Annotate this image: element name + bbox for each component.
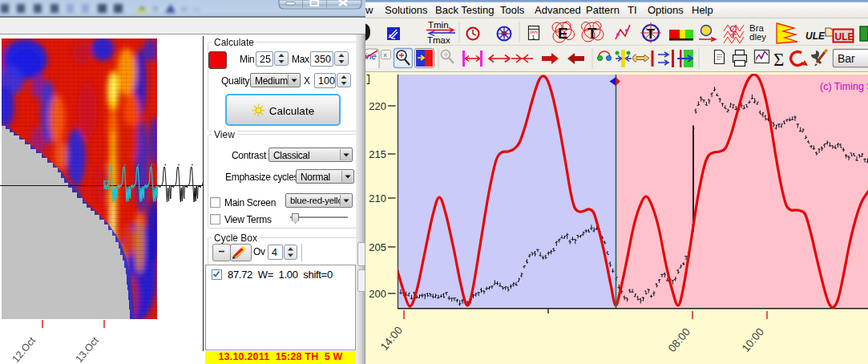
svg-text:Tmin: Tmin: [428, 20, 449, 30]
svg-text:220: 220: [369, 100, 386, 112]
svg-text:dley: dley: [749, 32, 766, 42]
svg-text:ULE: ULE: [835, 31, 854, 42]
svg-text:200: 200: [369, 288, 386, 300]
svg-text:T: T: [647, 26, 656, 42]
svg-text:E: E: [558, 25, 568, 42]
svg-text:Bar: Bar: [838, 52, 855, 65]
svg-text:08:00: 08:00: [666, 326, 692, 354]
svg-text:T: T: [587, 25, 597, 42]
svg-text:205: 205: [369, 241, 386, 253]
svg-text:10:00: 10:00: [740, 326, 766, 354]
svg-text:12.Oct: 12.Oct: [10, 334, 38, 364]
svg-text:Σ: Σ: [773, 50, 784, 70]
svg-text:Tmax: Tmax: [427, 35, 450, 45]
svg-text:]: ]: [365, 74, 371, 85]
svg-text:x: x: [384, 51, 387, 59]
svg-text:13.Oct: 13.Oct: [74, 334, 102, 364]
svg-text:(c) Timing Solution: (c) Timing Solution: [820, 81, 868, 92]
svg-text:1: 1: [532, 34, 535, 40]
svg-text:ULE: ULE: [805, 30, 826, 42]
svg-text:210: 210: [369, 192, 386, 204]
svg-text:14:00: 14:00: [378, 324, 405, 353]
svg-text:215: 215: [369, 148, 386, 160]
